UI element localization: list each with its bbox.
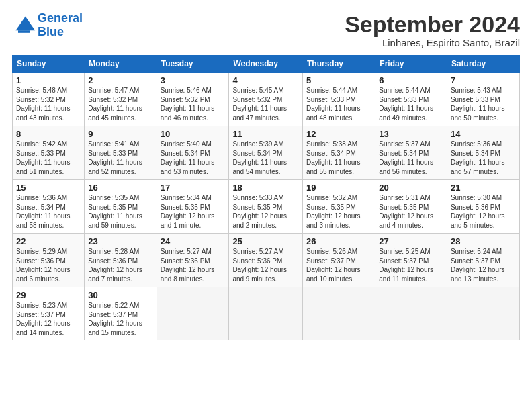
table-row [375,287,447,340]
month-title: September 2024 [345,12,520,37]
table-row: 30Sunrise: 5:22 AMSunset: 5:37 PMDayligh… [85,287,157,340]
table-row: 25Sunrise: 5:27 AMSunset: 5:36 PMDayligh… [229,234,303,287]
title-block: September 2024 Linhares, Espirito Santo,… [345,12,520,48]
day-number: 5 [306,75,371,85]
day-info: Sunrise: 5:28 AMSunset: 5:36 PMDaylight:… [88,247,152,283]
day-number: 3 [161,75,226,85]
calendar: Sunday Monday Tuesday Wednesday Thursday… [12,55,520,340]
day-info: Sunrise: 5:42 AMSunset: 5:33 PMDaylight:… [16,140,81,176]
day-number: 27 [379,236,443,246]
table-row [229,287,303,340]
table-row: 29Sunrise: 5:23 AMSunset: 5:37 PMDayligh… [13,287,85,340]
table-row: 2Sunrise: 5:47 AMSunset: 5:32 PMDaylight… [85,73,157,126]
day-info: Sunrise: 5:44 AMSunset: 5:33 PMDaylight:… [306,86,371,122]
day-number: 8 [16,129,81,139]
table-row: 4Sunrise: 5:45 AMSunset: 5:32 PMDaylight… [229,73,303,126]
subtitle: Linhares, Espirito Santo, Brazil [345,37,520,48]
day-info: Sunrise: 5:36 AMSunset: 5:34 PMDaylight:… [16,193,81,230]
logo-line1: General [38,11,83,25]
col-sunday: Sunday [13,56,85,73]
table-row [157,287,229,340]
table-row: 19Sunrise: 5:32 AMSunset: 5:35 PMDayligh… [302,180,375,234]
col-saturday: Saturday [447,56,519,73]
svg-rect-1 [18,30,30,33]
day-number: 23 [88,236,152,246]
day-number: 9 [88,129,152,139]
table-row: 16Sunrise: 5:35 AMSunset: 5:35 PMDayligh… [85,180,157,234]
table-row: 18Sunrise: 5:33 AMSunset: 5:35 PMDayligh… [229,180,303,234]
day-number: 24 [161,236,226,246]
day-number: 22 [16,236,81,246]
table-row: 10Sunrise: 5:40 AMSunset: 5:34 PMDayligh… [157,126,229,180]
day-number: 28 [451,236,516,246]
col-tuesday: Tuesday [157,56,229,73]
header-row: Sunday Monday Tuesday Wednesday Thursday… [13,56,520,73]
table-row: 15Sunrise: 5:36 AMSunset: 5:34 PMDayligh… [13,180,85,234]
logo-text: General Blue [38,12,83,39]
day-info: Sunrise: 5:44 AMSunset: 5:33 PMDaylight:… [379,86,443,122]
day-info: Sunrise: 5:37 AMSunset: 5:34 PMDaylight:… [379,140,443,176]
day-number: 19 [306,183,371,193]
table-row: 27Sunrise: 5:25 AMSunset: 5:37 PMDayligh… [375,234,447,287]
day-number: 21 [451,183,516,193]
table-row: 11Sunrise: 5:39 AMSunset: 5:34 PMDayligh… [229,126,303,180]
day-number: 14 [451,129,516,139]
day-number: 25 [232,236,299,246]
table-row: 20Sunrise: 5:31 AMSunset: 5:35 PMDayligh… [375,180,447,234]
day-info: Sunrise: 5:46 AMSunset: 5:32 PMDaylight:… [161,86,226,122]
col-wednesday: Wednesday [229,56,303,73]
day-number: 17 [161,183,226,193]
day-info: Sunrise: 5:24 AMSunset: 5:37 PMDaylight:… [451,247,516,283]
day-info: Sunrise: 5:27 AMSunset: 5:36 PMDaylight:… [232,247,299,283]
day-info: Sunrise: 5:39 AMSunset: 5:34 PMDaylight:… [232,140,299,176]
logo-line2: Blue [38,25,64,38]
day-number: 7 [451,75,516,85]
table-row: 17Sunrise: 5:34 AMSunset: 5:35 PMDayligh… [157,180,229,234]
day-number: 20 [379,183,443,193]
day-info: Sunrise: 5:33 AMSunset: 5:35 PMDaylight:… [232,193,299,230]
table-row: 13Sunrise: 5:37 AMSunset: 5:34 PMDayligh… [375,126,447,180]
day-number: 18 [232,183,299,193]
day-info: Sunrise: 5:23 AMSunset: 5:37 PMDaylight:… [16,301,81,337]
day-number: 26 [306,236,371,246]
day-info: Sunrise: 5:32 AMSunset: 5:35 PMDaylight:… [306,193,371,230]
table-row: 23Sunrise: 5:28 AMSunset: 5:36 PMDayligh… [85,234,157,287]
table-row: 6Sunrise: 5:44 AMSunset: 5:33 PMDaylight… [375,73,447,126]
table-row: 28Sunrise: 5:24 AMSunset: 5:37 PMDayligh… [447,234,519,287]
day-number: 15 [16,183,81,193]
table-row: 7Sunrise: 5:43 AMSunset: 5:33 PMDaylight… [447,73,519,126]
table-row: 5Sunrise: 5:44 AMSunset: 5:33 PMDaylight… [302,73,375,126]
day-number: 13 [379,129,443,139]
day-info: Sunrise: 5:35 AMSunset: 5:35 PMDaylight:… [88,193,152,230]
day-info: Sunrise: 5:43 AMSunset: 5:33 PMDaylight:… [451,86,516,122]
table-row: 26Sunrise: 5:26 AMSunset: 5:37 PMDayligh… [302,234,375,287]
day-info: Sunrise: 5:36 AMSunset: 5:34 PMDaylight:… [451,140,516,176]
table-row: 9Sunrise: 5:41 AMSunset: 5:33 PMDaylight… [85,126,157,180]
table-row [447,287,519,340]
day-info: Sunrise: 5:41 AMSunset: 5:33 PMDaylight:… [88,140,152,176]
table-row [302,287,375,340]
day-info: Sunrise: 5:22 AMSunset: 5:37 PMDaylight:… [88,301,152,337]
col-monday: Monday [85,56,157,73]
col-thursday: Thursday [302,56,375,73]
table-row: 12Sunrise: 5:38 AMSunset: 5:34 PMDayligh… [302,126,375,180]
logo: General Blue [12,12,83,39]
day-info: Sunrise: 5:48 AMSunset: 5:32 PMDaylight:… [16,86,81,122]
day-number: 2 [88,75,152,85]
col-friday: Friday [375,56,447,73]
day-number: 30 [88,290,152,300]
day-info: Sunrise: 5:31 AMSunset: 5:35 PMDaylight:… [379,193,443,230]
table-row: 8Sunrise: 5:42 AMSunset: 5:33 PMDaylight… [13,126,85,180]
day-number: 6 [379,75,443,85]
table-row: 1Sunrise: 5:48 AMSunset: 5:32 PMDaylight… [13,73,85,126]
day-info: Sunrise: 5:26 AMSunset: 5:37 PMDaylight:… [306,247,371,283]
day-number: 4 [232,75,299,85]
day-number: 16 [88,183,152,193]
day-info: Sunrise: 5:27 AMSunset: 5:36 PMDaylight:… [161,247,226,283]
table-row: 22Sunrise: 5:29 AMSunset: 5:36 PMDayligh… [13,234,85,287]
page: General Blue September 2024 Linhares, Es… [0,0,532,411]
day-number: 1 [16,75,81,85]
day-number: 12 [306,129,371,139]
day-info: Sunrise: 5:47 AMSunset: 5:32 PMDaylight:… [88,86,152,122]
day-info: Sunrise: 5:30 AMSunset: 5:36 PMDaylight:… [451,193,516,230]
